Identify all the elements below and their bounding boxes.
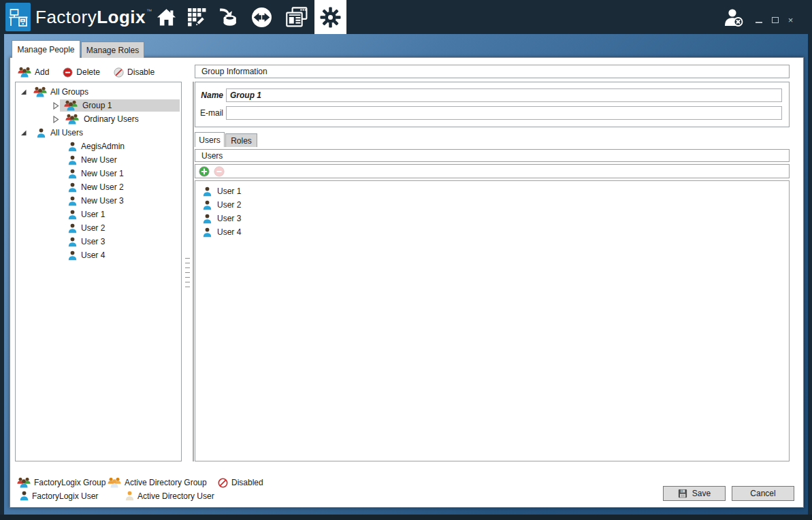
tree-label: All Users — [50, 128, 83, 137]
gear-icon — [320, 7, 341, 28]
list-item-user-4[interactable]: User 4 — [203, 225, 241, 239]
email-label: E-mail — [195, 108, 223, 118]
group-icon — [18, 67, 31, 78]
settings-nav-button-active[interactable] — [314, 0, 346, 34]
tree-label: User 1 — [81, 210, 105, 219]
tree-item-aegisadmin[interactable]: AegisAdmin — [16, 140, 181, 153]
legend-label: FactoryLogix Group — [34, 478, 105, 487]
tab-roles[interactable]: Roles — [225, 133, 257, 147]
add-label: Add — [35, 67, 49, 77]
tree-label: New User 2 — [81, 182, 124, 192]
tree-item-new-user-2[interactable]: New User 2 — [16, 180, 181, 194]
users-toolbar — [195, 164, 790, 178]
list-item-user-2[interactable]: User 2 — [203, 198, 241, 212]
tree-item-new-user[interactable]: New User — [16, 153, 181, 167]
add-user-to-group-button[interactable] — [199, 166, 210, 177]
user-icon — [68, 237, 77, 247]
name-input[interactable] — [226, 88, 782, 102]
expander-expanded-icon[interactable] — [20, 88, 27, 96]
tree-item-all-groups[interactable]: All Groups — [16, 85, 181, 99]
legend-row-2: FactoryLogix User Active Directory User — [20, 491, 214, 501]
close-icon: × — [788, 15, 794, 25]
tree-label: User 4 — [81, 250, 105, 260]
legend-active-directory-group: Active Directory Group — [108, 477, 218, 488]
email-input[interactable] — [226, 106, 782, 120]
tab-manage-people[interactable]: Manage People — [12, 40, 80, 58]
users-section-header: Users — [195, 149, 790, 162]
data-nav-button[interactable] — [216, 5, 240, 29]
delete-icon — [63, 67, 73, 78]
logout-user-button[interactable] — [721, 7, 746, 29]
grid-pencil-icon — [187, 7, 206, 27]
close-button[interactable]: × — [785, 14, 796, 25]
user-icon — [68, 210, 77, 220]
minimize-button[interactable] — [753, 14, 764, 25]
save-label: Save — [692, 489, 711, 498]
database-icon — [218, 7, 238, 27]
user-icon — [68, 196, 77, 206]
user-icon — [37, 128, 46, 138]
frame-edge-right — [808, 34, 812, 520]
tree-label: New User 1 — [81, 169, 124, 178]
user-icon — [203, 200, 212, 210]
delete-button[interactable]: Delete — [63, 67, 100, 78]
tree-item-user-3[interactable]: User 3 — [16, 235, 181, 248]
factorylogix-user-icon — [20, 491, 29, 501]
user-icon — [68, 169, 77, 179]
group-information-title: Group Information — [201, 67, 267, 76]
tree-item-ordinary-users[interactable]: Ordinary Users — [16, 112, 181, 126]
selected-row-highlight: Group 1 — [60, 99, 180, 112]
tree-label: User 2 — [81, 223, 105, 233]
splitter-grip[interactable] — [185, 258, 190, 289]
remove-user-from-group-button[interactable] — [214, 166, 225, 177]
brand-factory: Factory — [35, 7, 97, 28]
user-icon — [68, 223, 77, 233]
frame-edge-bottom — [0, 515, 812, 520]
tab-manage-roles[interactable]: Manage Roles — [81, 42, 144, 58]
reports-nav-button[interactable] — [285, 5, 309, 29]
user-icon — [203, 214, 212, 224]
tab-manage-roles-label: Manage Roles — [86, 46, 139, 55]
legend-label: FactoryLogix User — [32, 491, 98, 501]
floppy-save-icon — [678, 489, 687, 498]
tab-users[interactable]: Users — [195, 132, 225, 147]
cancel-button[interactable]: Cancel — [732, 486, 794, 501]
user-logout-icon — [724, 7, 744, 28]
name-label: Name — [195, 91, 223, 100]
tree-item-new-user-3[interactable]: New User 3 — [16, 194, 181, 208]
disable-label: Disable — [127, 67, 155, 77]
legend-label: Active Directory User — [137, 491, 214, 501]
expander-collapsed-icon[interactable] — [52, 116, 60, 123]
expander-collapsed-icon[interactable] — [52, 102, 60, 110]
list-item-label: User 1 — [217, 186, 241, 196]
expander-expanded-icon[interactable] — [20, 129, 27, 137]
tree-item-user-1[interactable]: User 1 — [16, 208, 181, 221]
list-item-label: User 3 — [217, 214, 241, 223]
legend-factorylogix-user: FactoryLogix User — [20, 491, 108, 501]
list-item-user-1[interactable]: User 1 — [203, 184, 241, 198]
tree-label: Group 1 — [82, 101, 112, 110]
home-nav-button[interactable] — [154, 5, 178, 29]
save-button[interactable]: Save — [663, 486, 726, 501]
user-icon — [68, 155, 77, 165]
add-button[interactable]: Add — [18, 67, 49, 78]
group-information-header: Group Information — [195, 65, 790, 78]
logistics-nav-button[interactable] — [249, 5, 274, 29]
tree-item-user-2[interactable]: User 2 — [16, 221, 181, 235]
user-icon — [68, 182, 77, 193]
tree-item-user-4[interactable]: User 4 — [16, 248, 181, 262]
tree-item-all-users[interactable]: All Users — [16, 126, 181, 140]
home-icon — [157, 8, 176, 27]
frame-edge-left — [0, 34, 4, 520]
tree-label: New User 3 — [81, 196, 124, 206]
splitter-line[interactable] — [193, 82, 194, 461]
app-logo — [5, 3, 31, 31]
maximize-button[interactable] — [769, 14, 781, 25]
disabled-icon — [218, 478, 228, 488]
production-nav-button[interactable] — [184, 5, 209, 29]
list-item-user-3[interactable]: User 3 — [203, 212, 241, 225]
disable-button[interactable]: Disable — [114, 67, 155, 78]
tree-item-group-1-selected[interactable]: Group 1 — [16, 99, 181, 112]
users-section-title: Users — [201, 151, 223, 161]
tree-item-new-user-1[interactable]: New User 1 — [16, 167, 181, 180]
